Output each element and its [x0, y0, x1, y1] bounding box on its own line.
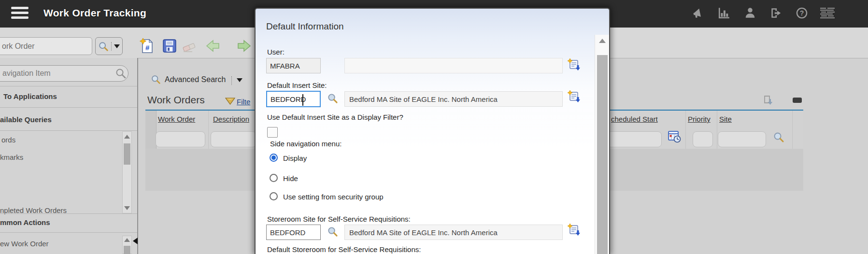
navigation-filter-input[interactable]	[0, 65, 128, 82]
scroll-down-icon[interactable]	[124, 206, 130, 210]
help-icon[interactable]: ?	[796, 7, 808, 19]
default-insert-site-field[interactable]	[266, 91, 321, 107]
svg-text:#: #	[145, 43, 150, 52]
brand-stripes-icon	[820, 8, 835, 18]
storeroom-site-description[interactable]	[344, 225, 563, 240]
user-field[interactable]	[266, 58, 321, 73]
storeroom-site-label: Storeroom Site for Self-Service Requisit…	[267, 215, 411, 223]
storeroom-site-field[interactable]	[266, 225, 321, 240]
scroll-up-icon[interactable]	[124, 135, 130, 139]
advanced-search-button[interactable]: Advanced Search	[165, 75, 226, 84]
display-filter-label: Use Default Insert Site as a Display Fil…	[267, 113, 403, 121]
default-storeroom-label: Default Storeroom for Self-Service Requi…	[267, 245, 421, 254]
search-icon[interactable]	[115, 68, 127, 81]
chevron-down-icon	[114, 44, 120, 48]
row-select-column	[145, 111, 157, 149]
filter-funnel-icon[interactable]	[225, 98, 235, 107]
export-icon[interactable]	[763, 95, 774, 109]
detail-menu-icon[interactable]	[568, 224, 580, 238]
user-label: User:	[267, 48, 285, 56]
sidebar-collapse-icon[interactable]	[133, 238, 138, 244]
side-navigation: To Applications ailable Queries ords kma…	[0, 58, 138, 254]
column-header-scheduled-start[interactable]: cheduled Start	[611, 115, 658, 123]
previous-icon[interactable]	[205, 38, 221, 56]
scroll-up-icon[interactable]	[599, 39, 606, 43]
actions-scrollbar[interactable]	[122, 236, 132, 254]
sidebar-section-go-to[interactable]: To Applications	[3, 92, 57, 100]
radio-security-group[interactable]	[270, 192, 278, 200]
radio-hide-label[interactable]: Hide	[283, 174, 298, 183]
detail-menu-icon[interactable]	[568, 90, 580, 105]
dialog-scrollbar[interactable]	[595, 35, 609, 254]
filter-priority-input[interactable]	[693, 131, 713, 147]
default-insert-site-description[interactable]	[344, 91, 563, 107]
radio-security-group-label[interactable]: Use setting from security group	[283, 193, 384, 201]
search-icon[interactable]	[773, 131, 784, 145]
sign-out-icon[interactable]	[770, 7, 783, 19]
select-value-icon[interactable]	[327, 93, 338, 106]
column-header-site[interactable]: Site	[719, 115, 732, 123]
text-cursor	[302, 94, 303, 106]
find-work-order-input[interactable]	[0, 37, 92, 55]
clear-icon[interactable]	[182, 41, 198, 55]
radio-display-label[interactable]: Display	[283, 154, 307, 162]
scrollbar-thumb[interactable]	[124, 246, 130, 254]
new-record-icon[interactable]: #	[139, 38, 155, 56]
megaphone-icon[interactable]	[692, 7, 705, 19]
minimize-icon[interactable]	[793, 98, 802, 103]
sidebar-item-query[interactable]: ords	[1, 136, 15, 144]
page-title: Work Orders	[147, 94, 205, 106]
user-description-field[interactable]	[344, 58, 563, 73]
radio-hide[interactable]	[270, 174, 278, 182]
dialog-title: Default Information	[266, 21, 344, 32]
default-information-dialog: Default Information User: Default Insert…	[255, 8, 610, 254]
column-header-priority[interactable]: Priority	[688, 115, 711, 123]
calendar-icon[interactable]	[668, 129, 681, 145]
chevron-down-icon[interactable]	[237, 78, 242, 82]
table-filter-link[interactable]: Filte	[237, 98, 250, 106]
column-header-work-order[interactable]: Work Order	[158, 115, 195, 123]
display-filter-checkbox[interactable]	[267, 127, 278, 138]
filter-description-input[interactable]	[211, 131, 256, 147]
svg-text:?: ?	[800, 9, 804, 17]
save-icon[interactable]	[162, 39, 177, 55]
filter-scheduled-start-input[interactable]	[607, 131, 662, 147]
bar-chart-icon[interactable]	[718, 7, 730, 19]
queries-scrollbar[interactable]	[122, 131, 132, 213]
filter-work-order-input[interactable]	[156, 131, 205, 147]
column-header-description[interactable]: Description	[213, 115, 249, 123]
side-nav-label: Side navigation menu:	[270, 140, 342, 148]
person-icon[interactable]	[744, 7, 756, 19]
find-search-button[interactable]	[95, 37, 123, 55]
scrollbar-thumb[interactable]	[597, 55, 608, 254]
filter-site-input[interactable]	[718, 131, 766, 147]
select-value-icon[interactable]	[327, 226, 338, 239]
scrollbar-thumb[interactable]	[124, 143, 130, 165]
scroll-up-icon[interactable]	[124, 238, 130, 242]
sidebar-section-actions[interactable]: mmon Actions	[0, 218, 50, 226]
sidebar-item-action[interactable]: ew Work Order	[0, 240, 49, 248]
radio-display[interactable]	[270, 154, 278, 162]
search-icon	[98, 41, 109, 52]
detail-menu-icon[interactable]	[568, 58, 580, 73]
search-icon	[151, 74, 161, 86]
next-icon[interactable]	[236, 38, 252, 56]
sidebar-item-query[interactable]: kmarks	[0, 153, 23, 161]
default-insert-site-label: Default Insert Site:	[267, 81, 327, 89]
app-title: Work Order Tracking	[43, 7, 146, 19]
hamburger-icon[interactable]	[11, 7, 28, 20]
sidebar-section-queries[interactable]: ailable Queries	[0, 115, 52, 124]
